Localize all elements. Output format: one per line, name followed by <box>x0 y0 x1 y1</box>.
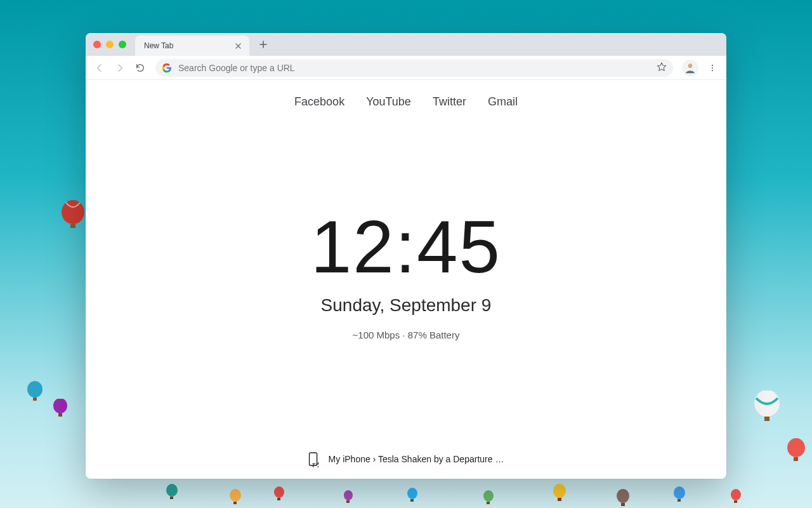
svg-rect-15 <box>277 498 280 500</box>
window-minimize-button[interactable] <box>106 41 114 48</box>
balloon-decor <box>165 484 179 502</box>
arrow-right-icon <box>115 63 125 73</box>
balloon-decor <box>730 489 742 505</box>
kebab-menu-icon <box>708 64 717 72</box>
center-info: 12:45 Sunday, September 9 ~100 Mbps · 87… <box>311 210 501 340</box>
svg-point-14 <box>274 486 284 498</box>
svg-rect-29 <box>734 500 737 503</box>
balloon-decor <box>228 489 242 507</box>
svg-point-18 <box>407 488 417 499</box>
svg-rect-11 <box>170 497 173 499</box>
svg-point-33 <box>712 70 713 71</box>
balloon-decor <box>406 488 419 504</box>
browser-window: New Tab <box>86 33 726 479</box>
google-icon <box>162 63 172 73</box>
handoff-text: My iPhone › Tesla Shaken by a Departure … <box>329 454 504 464</box>
svg-rect-23 <box>558 498 561 501</box>
balloon-decor <box>343 490 354 505</box>
bookmark-button[interactable] <box>657 62 667 74</box>
svg-point-8 <box>787 438 805 457</box>
handoff-title: Tesla Shaken by a Departure … <box>378 454 504 464</box>
status-speed: ~100 Mbps <box>353 330 400 340</box>
svg-point-20 <box>483 490 494 502</box>
svg-rect-17 <box>346 500 350 503</box>
handoff-sep: › <box>370 454 378 464</box>
status-separator: · <box>400 330 408 340</box>
svg-point-0 <box>62 200 84 224</box>
star-icon <box>657 62 667 72</box>
svg-point-10 <box>166 484 178 497</box>
balloon-decor <box>785 438 807 467</box>
svg-rect-21 <box>487 502 490 504</box>
page-content: Facebook YouTube Twitter Gmail 12:45 Sun… <box>86 80 726 479</box>
new-tab-button[interactable] <box>254 36 272 53</box>
svg-point-26 <box>674 486 685 499</box>
quick-link-youtube[interactable]: YouTube <box>366 95 411 109</box>
svg-point-24 <box>617 489 629 503</box>
svg-rect-19 <box>410 499 414 502</box>
svg-point-4 <box>53 399 67 413</box>
tab-strip: New Tab <box>86 33 726 56</box>
address-bar[interactable] <box>155 59 673 77</box>
handoff-row[interactable]: My iPhone › Tesla Shaken by a Departure … <box>308 452 504 466</box>
back-button[interactable] <box>91 59 108 77</box>
tab-title: New Tab <box>144 41 173 50</box>
balloon-decor <box>672 486 686 504</box>
svg-point-16 <box>344 490 353 500</box>
balloon-decor <box>52 399 69 422</box>
svg-rect-7 <box>764 417 769 421</box>
status-line: ~100 Mbps · 87% Battery <box>311 330 501 340</box>
window-traffic-lights <box>93 41 126 48</box>
balloon-decor <box>552 484 567 503</box>
svg-point-30 <box>688 64 693 68</box>
quick-link-facebook[interactable]: Facebook <box>294 95 344 109</box>
clock-date: Sunday, September 9 <box>311 295 501 316</box>
svg-rect-27 <box>678 499 681 502</box>
arrow-left-icon <box>95 63 105 73</box>
svg-rect-5 <box>58 413 62 417</box>
svg-point-6 <box>754 391 780 417</box>
handoff-device: My iPhone <box>329 454 370 464</box>
window-close-button[interactable] <box>93 41 101 48</box>
status-battery: 87% Battery <box>408 330 460 340</box>
balloon-decor <box>273 486 285 503</box>
svg-rect-25 <box>621 503 625 506</box>
svg-rect-3 <box>33 398 37 401</box>
balloon-decor <box>615 489 631 508</box>
svg-point-31 <box>712 64 713 65</box>
svg-point-35 <box>313 463 314 464</box>
svg-point-2 <box>27 381 43 398</box>
browser-menu-button[interactable] <box>704 59 721 77</box>
svg-rect-13 <box>233 502 237 504</box>
handoff-phone-icon <box>308 452 320 466</box>
close-icon <box>235 43 241 49</box>
quick-links-bar: Facebook YouTube Twitter Gmail <box>294 95 518 109</box>
plus-icon <box>259 41 267 48</box>
balloon-decor <box>482 490 495 507</box>
svg-rect-9 <box>794 457 798 461</box>
browser-toolbar <box>86 56 726 80</box>
balloon-decor <box>752 391 782 429</box>
balloon-decor <box>25 381 44 408</box>
reload-button[interactable] <box>131 59 149 77</box>
profile-avatar-button[interactable] <box>682 60 698 76</box>
svg-point-12 <box>230 489 241 502</box>
clock-time: 12:45 <box>311 210 501 284</box>
address-input[interactable] <box>178 63 657 73</box>
svg-point-22 <box>553 484 566 498</box>
svg-point-32 <box>712 67 713 68</box>
avatar-icon <box>684 62 697 74</box>
svg-point-28 <box>731 489 741 500</box>
browser-tab[interactable]: New Tab <box>135 36 249 56</box>
forward-button[interactable] <box>111 59 129 77</box>
balloon-decor <box>60 200 86 237</box>
svg-rect-1 <box>70 224 75 228</box>
tab-close-button[interactable] <box>233 41 243 51</box>
reload-icon <box>135 63 145 73</box>
quick-link-gmail[interactable]: Gmail <box>488 95 518 109</box>
window-maximize-button[interactable] <box>119 41 126 48</box>
quick-link-twitter[interactable]: Twitter <box>433 95 466 109</box>
